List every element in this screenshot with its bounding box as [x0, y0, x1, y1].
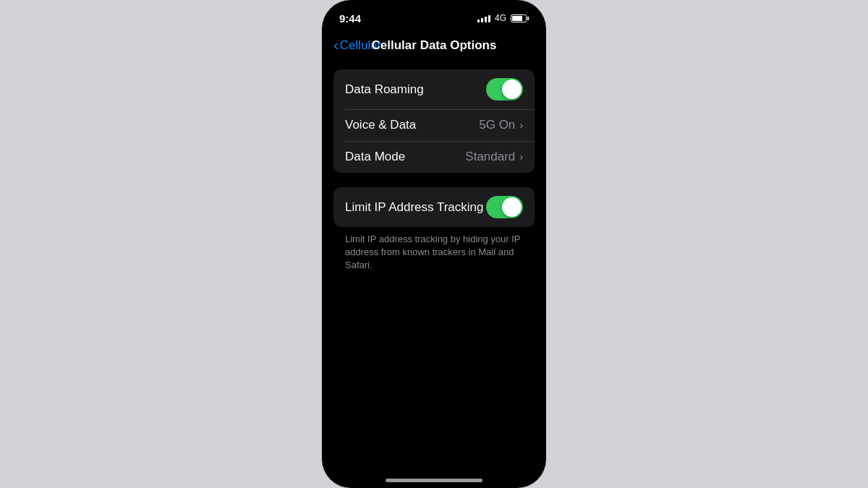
- data-roaming-toggle-thumb: [502, 80, 522, 99]
- data-mode-row[interactable]: Data Mode Standard ›: [333, 141, 535, 173]
- battery-fill: [512, 16, 522, 21]
- home-bar: [386, 479, 482, 482]
- content-area: Data Roaming Voice & Data 5G On › Data M…: [322, 62, 546, 479]
- status-time: 9:44: [339, 12, 361, 25]
- data-roaming-row: Data Roaming: [333, 69, 535, 109]
- limit-ip-tracking-row: Limit IP Address Tracking: [333, 187, 535, 227]
- signal-bar-3: [485, 17, 487, 22]
- settings-group-1: Data Roaming Voice & Data 5G On › Data M…: [322, 69, 546, 173]
- data-mode-chevron-icon: ›: [519, 151, 523, 163]
- data-roaming-toggle[interactable]: [486, 78, 523, 100]
- data-mode-value: Standard: [465, 150, 515, 164]
- voice-data-chevron-icon: ›: [519, 119, 523, 131]
- status-bar: 9:44 4G: [322, 0, 546, 32]
- data-mode-right: Standard ›: [465, 150, 523, 164]
- home-indicator: [322, 479, 546, 488]
- limit-ip-tracking-label: Limit IP Address Tracking: [345, 200, 484, 215]
- data-roaming-label: Data Roaming: [345, 82, 424, 97]
- status-icons: 4G: [477, 13, 529, 23]
- battery-body: [511, 14, 527, 22]
- nav-bar: ‹ Cellular Cellular Data Options: [322, 32, 546, 62]
- signal-bars-icon: [477, 14, 490, 22]
- limit-ip-tracking-toggle-thumb: [502, 197, 522, 217]
- battery-icon: [511, 14, 529, 22]
- signal-bar-1: [477, 20, 480, 22]
- network-label: 4G: [495, 13, 506, 23]
- data-mode-label: Data Mode: [345, 150, 405, 164]
- phone-frame: 9:44 4G ‹ Cellular Cellular Data Options: [322, 0, 546, 488]
- page-title: Cellular Data Options: [372, 38, 497, 53]
- voice-data-right: 5G On ›: [479, 118, 523, 132]
- battery-tip: [527, 17, 529, 20]
- back-chevron-icon: ‹: [333, 37, 339, 53]
- voice-data-label: Voice & Data: [345, 118, 416, 132]
- voice-data-value: 5G On: [479, 118, 515, 132]
- signal-bar-4: [488, 15, 490, 22]
- signal-bar-2: [481, 18, 483, 22]
- settings-card-2: Limit IP Address Tracking: [333, 187, 535, 227]
- settings-group-2: Limit IP Address Tracking Limit IP addre…: [322, 187, 546, 273]
- settings-card-1: Data Roaming Voice & Data 5G On › Data M…: [333, 69, 535, 173]
- voice-data-row[interactable]: Voice & Data 5G On ›: [333, 109, 535, 141]
- limit-ip-tracking-description: Limit IP address tracking by hiding your…: [333, 227, 535, 273]
- limit-ip-tracking-toggle[interactable]: [486, 196, 523, 218]
